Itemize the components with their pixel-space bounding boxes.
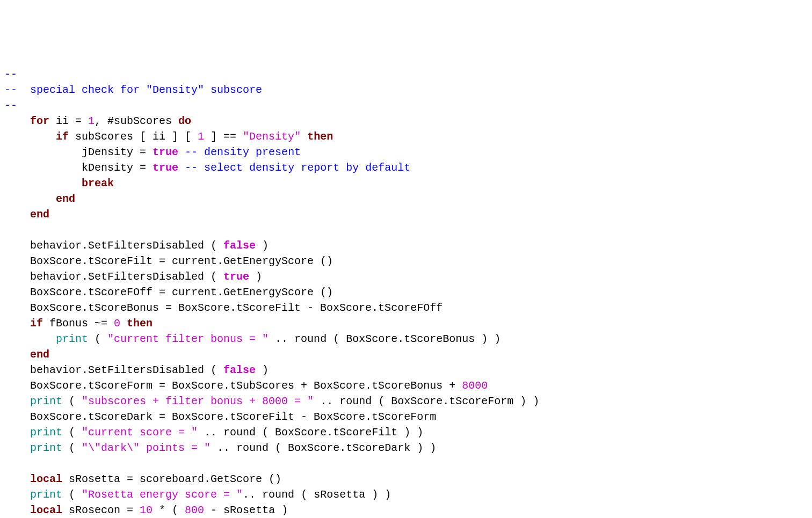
keyword-end: end bbox=[30, 348, 49, 361]
code-text: ( bbox=[62, 426, 82, 439]
code-text bbox=[178, 146, 185, 158]
code-text: ) bbox=[249, 271, 262, 283]
string: "\"dark\" points = " bbox=[82, 442, 211, 454]
code-block: -- -- special check for "Density" subsco… bbox=[4, 67, 808, 518]
code-text: - sRosetta ) bbox=[204, 504, 288, 516]
comment: -- special check for "Density" subscore bbox=[4, 84, 262, 96]
code-text: ( bbox=[62, 488, 82, 501]
code-text: behavior.SetFiltersDisabled ( bbox=[30, 364, 223, 376]
number: 8000 bbox=[462, 380, 488, 392]
keyword-end: end bbox=[30, 208, 49, 221]
code-text: ii = bbox=[49, 115, 88, 127]
keyword-then: then bbox=[127, 317, 153, 330]
code-text: sRosetta = scoreboard.GetScore () bbox=[62, 473, 281, 485]
code-text: sRosecon = bbox=[62, 504, 140, 516]
code-text: subScores [ ii ] [ bbox=[69, 130, 198, 143]
comment: -- bbox=[4, 99, 17, 112]
code-text: ] == bbox=[204, 130, 243, 143]
function-print: print bbox=[30, 488, 62, 501]
number: 1 bbox=[198, 130, 204, 143]
function-print: print bbox=[56, 333, 88, 345]
keyword-if: if bbox=[30, 317, 43, 330]
code-text bbox=[120, 317, 127, 330]
boolean: false bbox=[223, 239, 256, 252]
code-text: , #subScores bbox=[95, 115, 178, 127]
keyword-local: local bbox=[30, 473, 62, 485]
code-text: ) bbox=[256, 239, 269, 252]
keyword-for: for bbox=[30, 115, 49, 127]
keyword-if: if bbox=[56, 130, 69, 143]
code-text: ( bbox=[62, 442, 82, 454]
code-text: BoxScore.tScoreDark = BoxScore.tScoreFil… bbox=[30, 411, 436, 423]
comment: -- select density report by default bbox=[185, 162, 410, 174]
code-text: behavior.SetFiltersDisabled ( bbox=[30, 239, 223, 252]
code-text: jDensity = bbox=[82, 146, 153, 158]
string: "current score = " bbox=[82, 426, 198, 439]
function-print: print bbox=[30, 395, 62, 407]
code-text: .. round ( sRosetta ) ) bbox=[243, 488, 391, 501]
boolean: true bbox=[153, 162, 178, 174]
code-text: BoxScore.tScoreFilt = current.GetEnergyS… bbox=[30, 255, 333, 267]
number: 0 bbox=[114, 317, 120, 330]
code-text: ( bbox=[88, 333, 107, 345]
code-text bbox=[178, 162, 185, 174]
code-text: .. round ( BoxScore.tScoreBonus ) ) bbox=[269, 333, 501, 345]
code-text: .. round ( BoxScore.tScoreFilt ) ) bbox=[198, 426, 423, 439]
keyword-local: local bbox=[30, 504, 62, 516]
string: "subscores + filter bonus + 8000 = " bbox=[82, 395, 314, 407]
code-text: .. round ( BoxScore.tScoreForm ) ) bbox=[314, 395, 539, 407]
number: 800 bbox=[185, 504, 204, 516]
boolean: false bbox=[223, 364, 256, 376]
function-print: print bbox=[30, 442, 62, 454]
boolean: true bbox=[223, 271, 249, 283]
comment: -- bbox=[4, 68, 17, 81]
keyword-then: then bbox=[307, 130, 333, 143]
comment: -- density present bbox=[185, 146, 301, 158]
number: 1 bbox=[88, 115, 95, 127]
code-text: BoxScore.tScoreBonus = BoxScore.tScoreFi… bbox=[30, 302, 443, 314]
string: "current filter bonus = " bbox=[107, 333, 269, 345]
function-print: print bbox=[30, 426, 62, 439]
code-text: fBonus ~= bbox=[43, 317, 114, 330]
number: 10 bbox=[140, 504, 153, 516]
code-text: BoxScore.tScoreFOff = current.GetEnergyS… bbox=[30, 286, 333, 298]
code-text: * ( bbox=[153, 504, 185, 516]
keyword-do: do bbox=[178, 115, 191, 127]
string: "Rosetta energy score = " bbox=[82, 488, 243, 501]
code-text: kDensity = bbox=[82, 162, 153, 174]
keyword-end: end bbox=[56, 193, 75, 205]
code-text: BoxScore.tScoreForm = BoxScore.tSubScore… bbox=[30, 380, 462, 392]
code-text bbox=[301, 130, 307, 143]
code-text: ( bbox=[62, 395, 82, 407]
code-text: ) bbox=[256, 364, 269, 376]
keyword-break: break bbox=[82, 177, 114, 189]
boolean: true bbox=[153, 146, 178, 158]
code-text: .. round ( BoxScore.tScoreDark ) ) bbox=[211, 442, 436, 454]
code-text: behavior.SetFiltersDisabled ( bbox=[30, 271, 223, 283]
string: "Density" bbox=[243, 130, 301, 143]
